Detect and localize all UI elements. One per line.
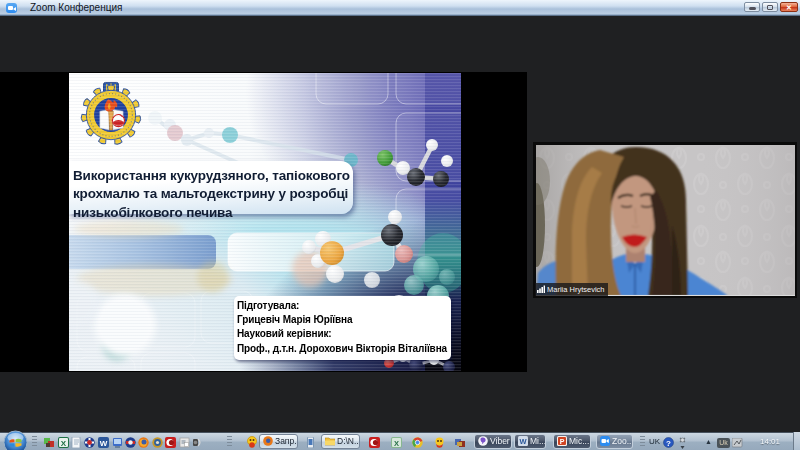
svg-text:X: X <box>394 439 399 448</box>
svg-text:W: W <box>100 439 108 448</box>
svg-text:X: X <box>61 439 67 448</box>
svg-text:?: ? <box>666 439 671 448</box>
svg-text:W: W <box>519 437 527 446</box>
svg-text:P: P <box>560 438 565 445</box>
